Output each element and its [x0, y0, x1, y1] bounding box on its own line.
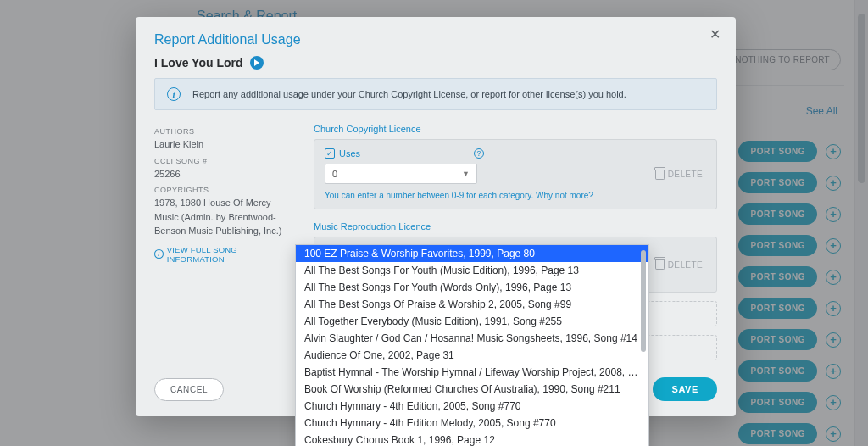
uses-checkbox[interactable]: ✓	[325, 148, 335, 159]
info-icon: i	[167, 87, 181, 101]
song-title: I Love You Lord	[154, 56, 243, 70]
ccl-section-label: Church Copyright Licence	[314, 124, 717, 134]
view-full-song-info-link[interactable]: i VIEW FULL SONG INFORMATION	[154, 245, 293, 264]
why-not-more-link[interactable]: Why not more?	[536, 191, 593, 200]
dropdown-scrollbar[interactable]	[640, 248, 647, 446]
publication-option[interactable]: Alvin Slaughter / God Can / Hosanna! Mus…	[296, 330, 648, 347]
uses-select[interactable]: 0 ▼	[325, 164, 477, 184]
copyrights-label: COPYRIGHTS	[154, 186, 293, 194]
close-icon[interactable]: ✕	[704, 25, 726, 43]
chevron-down-icon: ▼	[462, 170, 470, 178]
publication-option[interactable]: All The Best Songs For Youth (Music Edit…	[296, 262, 648, 279]
publication-option[interactable]: Book Of Worship (Reformed Churches Of Au…	[296, 381, 648, 398]
authors-label: AUTHORS	[154, 127, 293, 136]
trash-icon	[655, 259, 665, 270]
save-button[interactable]: SAVE	[653, 377, 717, 401]
uses-label: Uses	[339, 148, 360, 159]
cancel-button[interactable]: CANCEL	[154, 378, 224, 401]
publication-option[interactable]: 100 EZ Praise & Worship Favorites, 1999,…	[296, 245, 648, 262]
publication-option[interactable]: Baptist Hymnal - The Worship Hymnal / Li…	[296, 364, 648, 381]
delete-ccl-button[interactable]: DELETE	[650, 169, 708, 181]
modal-title: Report Additional Usage	[154, 32, 717, 47]
ccl-panel: ✓ Uses ? 0 ▼ You can enter a number betw…	[314, 139, 717, 209]
copyrights-value: 1978, 1980 House Of Mercy Music (Admin. …	[154, 196, 293, 238]
publication-option[interactable]: Church Hymnary - 4th Edition Melody, 200…	[296, 415, 648, 432]
publication-option[interactable]: All Together Everybody (Music Edition), …	[296, 313, 648, 330]
info-icon: i	[154, 249, 164, 259]
publication-dropdown: 100 EZ Praise & Worship Favorites, 1999,…	[295, 244, 649, 446]
play-icon[interactable]	[250, 56, 264, 70]
song-meta: AUTHORS Laurie Klein CCLI SONG # 25266 C…	[154, 122, 293, 360]
publication-option[interactable]: Audience Of One, 2002, Page 31	[296, 347, 648, 364]
mrl-section-label: Music Reproduction Licence	[314, 221, 717, 231]
publication-option[interactable]: All The Best Songs Of Praise & Worship 2…	[296, 296, 648, 313]
info-banner-text: Report any additional usage under your C…	[192, 89, 626, 99]
uses-hint: You can enter a number between 0-9 for e…	[325, 191, 706, 200]
authors-value: Laurie Klein	[154, 137, 293, 152]
help-icon[interactable]: ?	[474, 148, 484, 159]
publication-option[interactable]: Cokesbury Chorus Book 1, 1996, Page 12	[296, 432, 648, 446]
ccli-label: CCLI SONG #	[154, 157, 293, 165]
publication-option[interactable]: All The Best Songs For Youth (Words Only…	[296, 279, 648, 296]
info-banner: i Report any additional usage under your…	[154, 78, 717, 110]
trash-icon	[655, 170, 665, 180]
ccli-value: 25266	[154, 167, 293, 181]
delete-mrl-button[interactable]: DELETE	[650, 259, 708, 270]
publication-option[interactable]: Church Hymnary - 4th Edition, 2005, Song…	[296, 398, 648, 415]
